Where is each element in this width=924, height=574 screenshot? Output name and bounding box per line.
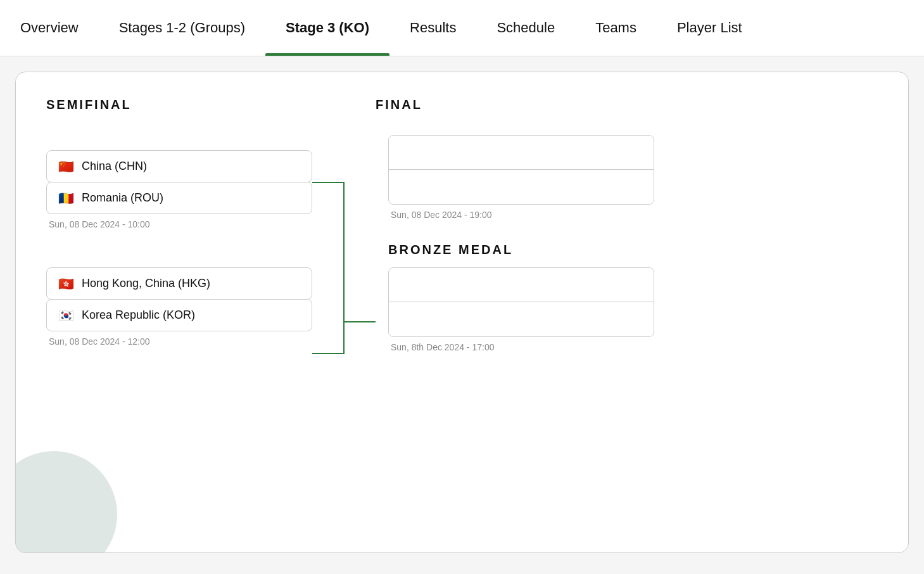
final-team-slot-1 — [389, 136, 654, 170]
china-flag-icon: 🇨🇳 — [58, 160, 74, 173]
nav-stage3-ko[interactable]: Stage 3 (KO) — [265, 0, 389, 56]
korea-team-name: Korea Republic (KOR) — [82, 309, 195, 322]
semi1-team2: 🇷🇴 Romania (ROU) — [46, 182, 312, 214]
semi1-date: Sun, 08 Dec 2024 - 10:00 — [46, 219, 312, 229]
bronze-title: BRONZE MEDAL — [388, 243, 878, 257]
nav-teams[interactable]: Teams — [575, 0, 657, 56]
semifinal-title: SEMIFINAL — [46, 98, 312, 112]
hk-team-name: Hong Kong, China (HKG) — [82, 277, 210, 290]
romania-flag-icon: 🇷🇴 — [58, 192, 74, 205]
semi2-date: Sun, 08 Dec 2024 - 12:00 — [46, 336, 312, 347]
final-date: Sun, 08 Dec 2024 - 19:00 — [388, 210, 878, 220]
bronze-section: BRONZE MEDAL Sun, 8th Dec 2024 - 17:00 — [388, 243, 878, 352]
main-content: SEMIFINAL 🇨🇳 China (CHN) 🇷🇴 Romania (ROU… — [0, 56, 924, 568]
nav-results[interactable]: Results — [389, 0, 476, 56]
bracket-connector-svg — [312, 151, 376, 506]
bronze-team-slot-1 — [389, 268, 654, 302]
nav-overview[interactable]: Overview — [0, 0, 99, 56]
nav-stages-groups[interactable]: Stages 1-2 (Groups) — [99, 0, 265, 56]
semi1-team1: 🇨🇳 China (CHN) — [46, 150, 312, 182]
semi2-team2: 🇰🇷 Korea Republic (KOR) — [46, 299, 312, 331]
semifinal-column: SEMIFINAL 🇨🇳 China (CHN) 🇷🇴 Romania (ROU… — [46, 98, 312, 372]
bronze-match-box — [388, 267, 654, 337]
semifinal-match-2: 🇭🇰 Hong Kong, China (HKG) 🇰🇷 Korea Repub… — [46, 267, 312, 347]
romania-team-name: Romania (ROU) — [82, 191, 163, 205]
bracket-layout: SEMIFINAL 🇨🇳 China (CHN) 🇷🇴 Romania (ROU… — [46, 98, 878, 372]
final-title: FINAL — [376, 98, 878, 112]
nav-schedule[interactable]: Schedule — [476, 0, 575, 56]
nav-player-list[interactable]: Player List — [657, 0, 763, 56]
final-team-slot-2 — [389, 170, 654, 204]
hk-flag-icon: 🇭🇰 — [58, 277, 74, 290]
final-match: Sun, 08 Dec 2024 - 19:00 — [388, 135, 878, 220]
korea-flag-icon: 🇰🇷 — [58, 309, 74, 322]
china-team-name: China (CHN) — [82, 160, 147, 173]
bronze-team-slot-2 — [389, 302, 654, 336]
final-match-box — [388, 135, 654, 205]
navigation: Overview Stages 1-2 (Groups) Stage 3 (KO… — [0, 0, 924, 56]
bracket-card: SEMIFINAL 🇨🇳 China (CHN) 🇷🇴 Romania (ROU… — [15, 72, 909, 553]
semi2-team1: 🇭🇰 Hong Kong, China (HKG) — [46, 267, 312, 300]
semifinal-match-1: 🇨🇳 China (CHN) 🇷🇴 Romania (ROU) Sun, 08 … — [46, 150, 312, 229]
connector-left — [312, 98, 376, 372]
final-column: FINAL Sun, 08 Dec 2024 - 19:00 BRONZE ME… — [376, 98, 878, 372]
bronze-date: Sun, 8th Dec 2024 - 17:00 — [388, 342, 878, 352]
